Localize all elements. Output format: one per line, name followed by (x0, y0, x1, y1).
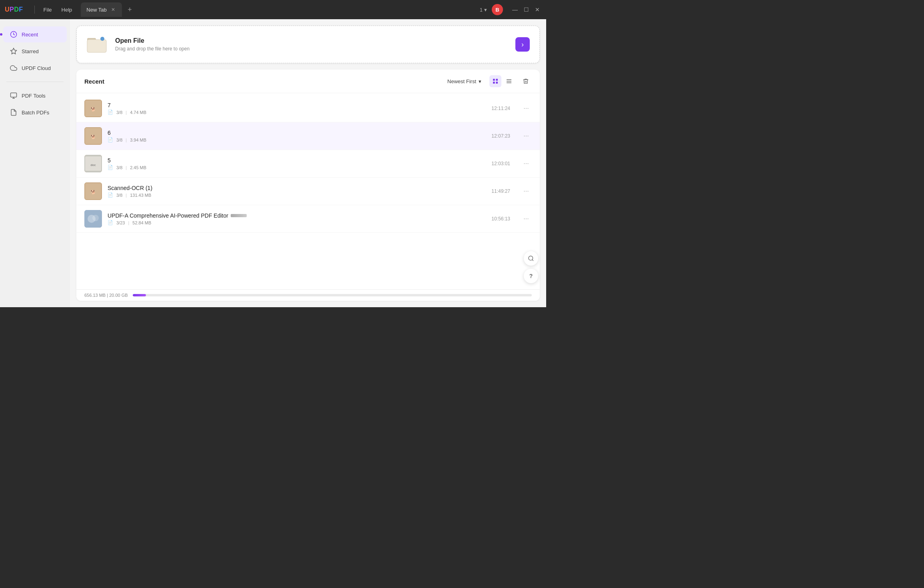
titlebar: UPDF File Help New Tab ✕ + 1 ▾ B — ☐ ✕ (0, 0, 546, 19)
sidebar-item-recent[interactable]: Recent (3, 26, 67, 42)
file-time: 12:07:23 (491, 133, 510, 139)
app-logo: UPDF (5, 6, 23, 13)
file-item[interactable]: 🐕 6 📄 3/8 | 3.94 MB 12:07:23 ··· (76, 122, 540, 150)
minimize-button[interactable]: — (511, 6, 519, 14)
file-time: 12:11:24 (491, 106, 510, 111)
file-more-button[interactable]: ··· (521, 158, 532, 169)
file-info: 7 📄 3/8 | 4.74 MB (108, 102, 486, 115)
search-fab-button[interactable] (524, 251, 538, 266)
file-meta: 📄 3/8 | 2.45 MB (108, 165, 486, 170)
tab-label: New Tab (86, 7, 106, 13)
file-time: 10:56:13 (491, 216, 510, 222)
file-more-button[interactable]: ··· (521, 186, 532, 197)
logo-d: D (14, 6, 19, 13)
file-meta: 📄 3/8 | 131.43 MB (108, 192, 486, 198)
logo-u: U (5, 6, 10, 13)
tab-count: 1 ▾ (480, 7, 487, 13)
page-icon: 📄 (108, 192, 113, 198)
file-item[interactable]: doc 5 📄 3/8 | 2.45 MB 12:03:01 ··· (76, 150, 540, 178)
new-tab-button[interactable]: + (124, 4, 136, 15)
file-pages: 3/8 (116, 138, 122, 142)
file-more-button[interactable]: ··· (521, 213, 532, 224)
sort-dropdown[interactable]: Newest First ▾ (444, 77, 485, 86)
file-size: 2.45 MB (130, 165, 146, 170)
recent-header: Recent Newest First ▾ (76, 70, 540, 93)
sidebar-item-updf-cloud[interactable]: UPDF Cloud (3, 60, 67, 76)
file-info: UPDF-A Comprehensive AI-Powered PDF Edit… (108, 212, 486, 225)
sort-label: Newest First (447, 78, 476, 84)
file-meta: 📄 3/8 | 3.94 MB (108, 137, 486, 142)
sidebar-item-label: Batch PDFs (22, 110, 49, 116)
chevron-down-icon: ▾ (479, 78, 481, 84)
open-file-arrow-button[interactable]: › (515, 37, 530, 52)
svg-marker-1 (11, 48, 17, 54)
tabs-area: New Tab ✕ + (81, 2, 479, 17)
tab-new[interactable]: New Tab ✕ (81, 2, 122, 17)
svg-point-29 (529, 256, 533, 260)
file-item[interactable]: 🐕 Scanned-OCR (1) 📄 3/8 | 131.43 MB 11:4… (76, 178, 540, 205)
active-indicator (0, 33, 2, 36)
open-file-folder-icon (86, 34, 107, 55)
file-name: Scanned-OCR (1) (108, 185, 486, 191)
file-pages: 3/8 (116, 165, 122, 170)
svg-rect-8 (496, 79, 498, 81)
file-list: 🐕 7 📄 3/8 | 4.74 MB 12:11:24 ··· (76, 93, 540, 289)
sidebar-section-bottom: PDF Tools Batch PDFs (0, 85, 70, 123)
sidebar-divider (6, 82, 64, 82)
page-icon: 📄 (108, 165, 113, 170)
open-file-subtitle: Drag and drop the file here to open (115, 46, 507, 52)
file-meta: 📄 3/23 | 52.84 MB (108, 220, 486, 225)
recent-icon (10, 30, 18, 38)
tab-close-button[interactable]: ✕ (110, 6, 116, 13)
recent-section: Recent Newest First ▾ (76, 70, 540, 301)
file-size: 4.74 MB (130, 110, 146, 115)
file-info: Scanned-OCR (1) 📄 3/8 | 131.43 MB (108, 185, 486, 198)
file-more-button[interactable]: ··· (521, 130, 532, 142)
menu-help[interactable]: Help (58, 5, 76, 14)
file-size: 52.84 MB (132, 220, 151, 225)
menu-file[interactable]: File (40, 5, 56, 14)
svg-rect-2 (11, 93, 17, 97)
file-pages: 3/8 (116, 193, 122, 198)
view-toggle (489, 75, 515, 87)
sidebar-item-starred[interactable]: Starred (3, 43, 67, 59)
sidebar-item-label: Recent (22, 32, 38, 38)
svg-rect-5 (87, 40, 106, 52)
file-size: 3.94 MB (130, 138, 146, 142)
sidebar-item-batch-pdfs[interactable]: Batch PDFs (3, 104, 67, 120)
user-avatar[interactable]: B (492, 4, 503, 15)
logo-p: P (10, 6, 14, 13)
file-time: 12:03:01 (491, 161, 510, 166)
help-fab-button[interactable]: ? (524, 269, 538, 283)
svg-line-30 (532, 260, 533, 261)
file-thumbnail: doc (84, 155, 102, 172)
sidebar: Recent Starred UPDF Cloud (0, 19, 70, 307)
starred-icon (10, 47, 18, 55)
storage-fill (133, 294, 146, 296)
delete-button[interactable] (520, 75, 532, 87)
file-item[interactable]: 🐕 7 📄 3/8 | 4.74 MB 12:11:24 ··· (76, 95, 540, 122)
svg-rect-9 (493, 82, 495, 84)
file-item[interactable]: UPDF-A Comprehensive AI-Powered PDF Edit… (76, 205, 540, 233)
open-file-card[interactable]: Open File Drag and drop the file here to… (76, 26, 540, 63)
sidebar-item-pdf-tools[interactable]: PDF Tools (3, 88, 67, 104)
svg-text:🐕: 🐕 (91, 107, 96, 112)
close-button[interactable]: ✕ (533, 6, 541, 14)
recent-title: Recent (84, 78, 444, 85)
file-name: 6 (108, 130, 486, 136)
recent-controls: Newest First ▾ (444, 75, 532, 87)
maximize-button[interactable]: ☐ (522, 6, 530, 14)
titlebar-right: 1 ▾ B — ☐ ✕ (480, 4, 541, 15)
grid-view-button[interactable] (489, 75, 501, 87)
titlebar-menu: File Help (40, 5, 76, 14)
file-size: 131.43 MB (130, 193, 151, 198)
svg-text:🐕: 🐕 (91, 190, 96, 195)
main-content: Recent Starred UPDF Cloud (0, 19, 546, 307)
list-view-button[interactable] (503, 75, 515, 87)
svg-rect-7 (493, 79, 495, 81)
file-more-button[interactable]: ··· (521, 103, 532, 114)
svg-text:🐕: 🐕 (91, 134, 96, 140)
file-time: 11:49:27 (491, 188, 510, 194)
file-pages: 3/23 (116, 220, 125, 225)
storage-text: 656.13 MB | 20.00 GB (84, 293, 128, 298)
